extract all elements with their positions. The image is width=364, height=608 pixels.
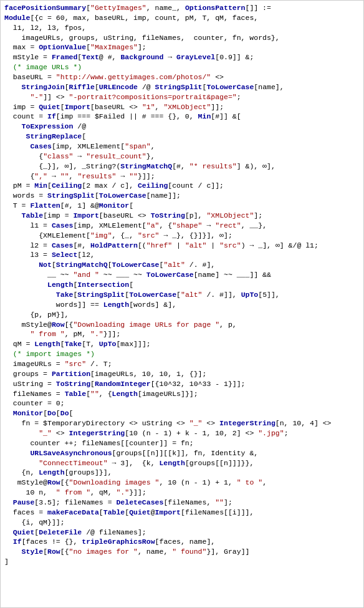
code-line: T = Flatten[#, 1] &@Monitor[ bbox=[4, 201, 360, 211]
code-line: facePositionSummary["GettyImages", name_… bbox=[4, 3, 360, 13]
code-line: uString = ToString[RandomInteger[{10^32,… bbox=[4, 379, 360, 389]
code-line: fileNames = Table["", {Length[imageURLs]… bbox=[4, 389, 360, 399]
code-content: facePositionSummary["GettyImages", name_… bbox=[4, 3, 360, 567]
code-line: Cases[imp, XMLElement["span", bbox=[4, 142, 360, 152]
code-line: __ ~~ "and " ~~ ___ ~~ ToLowerCase[name]… bbox=[4, 270, 360, 280]
code-line: {XMLElement["img", {_, "src" → _}, {}]}]… bbox=[4, 231, 360, 241]
code-line: StringReplace[ bbox=[4, 132, 360, 142]
code-line: Pause[3.5]; fileNames = DeleteCases[file… bbox=[4, 498, 360, 508]
code-line: Take[StringSplit[ToLowerCase["alt" /. #]… bbox=[4, 290, 360, 300]
code-line: {_}], ∞], _String?(StringMatchQ[#, "* re… bbox=[4, 162, 360, 171]
code-editor: facePositionSummary["GettyImages", name_… bbox=[0, 0, 364, 608]
code-line: Table[imp = Import[baseURL <> ToString[p… bbox=[4, 211, 360, 221]
code-line: If[faces != {}, tripleGraphicsRow[faces,… bbox=[4, 537, 360, 547]
code-line: qM = Length[Take[T, UpTo[max]]]; bbox=[4, 339, 360, 349]
code-line: imp = Quiet[Import[baseURL <> "1", "XMLO… bbox=[4, 102, 360, 112]
code-line: ] bbox=[4, 557, 360, 567]
code-line: words = StringSplit[ToLowerCase[name]]; bbox=[4, 191, 360, 201]
code-line: " from ", pM, "."}]]; bbox=[4, 329, 360, 339]
code-line: Style[Row[{"no images for ", name, " fou… bbox=[4, 547, 360, 557]
code-line: (* import images *) bbox=[4, 349, 360, 359]
code-line: Module[{c = 60, max, baseURL, imp, count… bbox=[4, 13, 360, 23]
code-line: imageURLs, groups, uString, fileNames, c… bbox=[4, 33, 360, 43]
code-line: {p, pM}], bbox=[4, 310, 360, 320]
code-line: words]] == Length[words] &], bbox=[4, 300, 360, 310]
code-line: l3 = Select[l2, bbox=[4, 250, 360, 260]
code-line: mStyle = Framed[Text@ #, Background → Gr… bbox=[4, 52, 360, 62]
code-line: {n, Length[groups]}], bbox=[4, 468, 360, 478]
code-line: StringJoin[Riffle[URLEncode /@ StringSpl… bbox=[4, 82, 360, 92]
code-line: "_" <> IntegerString[10 (n - 1) + k - 1,… bbox=[4, 428, 360, 438]
code-line: max = OptionValue["MaxImages"]; bbox=[4, 42, 360, 52]
code-line: Not[StringMatchQ[ToLowerCase["alt" /. #]… bbox=[4, 260, 360, 270]
code-line: Length[Intersection[ bbox=[4, 280, 360, 290]
code-line: (* image URLs *) bbox=[4, 62, 360, 72]
code-line: "-"]] <> "-portrait?compositions=portrai… bbox=[4, 92, 360, 102]
code-line: l1, l2, l3, fpos, bbox=[4, 23, 360, 33]
code-line: {"class" → "result_count"}, bbox=[4, 152, 360, 162]
code-line: mStyle@Row[{"Downloading image URLs for … bbox=[4, 320, 360, 330]
code-line: Quiet[DeleteFile /@ fileNames]; bbox=[4, 528, 360, 538]
code-line: faces = makeFaceData[Table[Quiet@Import[… bbox=[4, 508, 360, 518]
code-line: {"," → "", "results" → ""}]]; bbox=[4, 171, 360, 181]
code-line: "ConnectTimeout" → 3], {k, Length[groups… bbox=[4, 458, 360, 468]
code-line: l1 = Cases[imp, XMLElement["a", {"shape"… bbox=[4, 221, 360, 231]
code-line: counter ++; fileNames[[counter]] = fn; bbox=[4, 438, 360, 448]
code-line: URLSaveAsynchronous[groups[[n]][[k]], fn… bbox=[4, 448, 360, 458]
code-line: pM = Min[Ceiling[2 max / c], Ceiling[cou… bbox=[4, 181, 360, 191]
code-line: l2 = Cases[#, HoldPattern[("href" | "alt… bbox=[4, 241, 360, 251]
code-line: mStyle@Row[{"Downloading images ", 10 (n… bbox=[4, 478, 360, 488]
code-line: groups = Partition[imageURLs, 10, 10, 1,… bbox=[4, 369, 360, 379]
code-line: count = If[imp === $Failed || # === {}, … bbox=[4, 112, 360, 122]
code-line: baseURL = "http://www.gettyimages.com/ph… bbox=[4, 72, 360, 82]
code-line: {i, qM}]]; bbox=[4, 518, 360, 528]
code-line: Monitor[Do[Do[ bbox=[4, 408, 360, 418]
code-line: counter = 0; bbox=[4, 398, 360, 408]
code-line: 10 n, " from ", qM, "."}]]; bbox=[4, 488, 360, 498]
code-line: imageURLs = "src" /. T; bbox=[4, 359, 360, 369]
code-line: fn = $TemporaryDirectory <> uString <> "… bbox=[4, 418, 360, 428]
code-line: ToExpression /@ bbox=[4, 122, 360, 132]
